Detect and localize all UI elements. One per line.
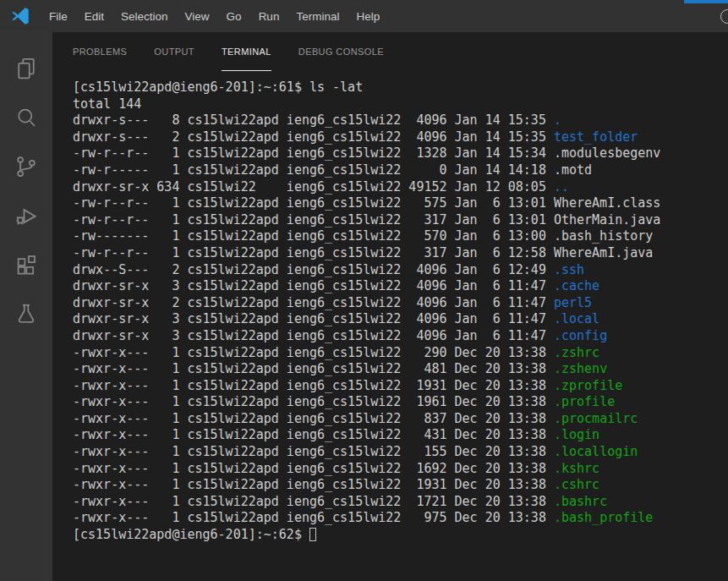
directory-name: .config bbox=[554, 328, 607, 343]
terminal-text: drwxr-sr-x 634 cs15lwi22 ieng6_cs15lwi22… bbox=[73, 179, 554, 195]
terminal-line: -rwxr-x--- 1 cs15lwi22apd ieng6_cs15lwi2… bbox=[73, 444, 728, 461]
terminal-text: drwxr-s--- 8 cs15lwi22apd ieng6_cs15lwi2… bbox=[73, 112, 554, 128]
terminal-text: drwxr-sr-x 3 cs15lwi22apd ieng6_cs15lwi2… bbox=[73, 328, 554, 343]
executable-name: .zshenv bbox=[554, 361, 607, 376]
terminal-line: -rwxr-x--- 1 cs15lwi22apd ieng6_cs15lwi2… bbox=[73, 427, 728, 444]
menu-item-edit[interactable]: Edit bbox=[76, 0, 112, 32]
terminal-line: -rwxr-x--- 1 cs15lwi22apd ieng6_cs15lwi2… bbox=[73, 494, 728, 511]
sidebar-item-extensions[interactable] bbox=[6, 240, 47, 289]
menu-item-go[interactable]: Go bbox=[218, 0, 250, 32]
sidebar-item-explorer[interactable] bbox=[6, 44, 47, 93]
account-icon[interactable] bbox=[720, 9, 728, 24]
menu-item-selection[interactable]: Selection bbox=[112, 0, 177, 32]
terminal-text: drwxr-sr-x 3 cs15lwi22apd ieng6_cs15lwi2… bbox=[73, 278, 554, 293]
terminal-text: -rwxr-x--- 1 cs15lwi22apd ieng6_cs15lwi2… bbox=[73, 477, 554, 492]
executable-name: .profile bbox=[554, 394, 615, 409]
terminal-text: [cs15lwi22apd@ieng6-201]:~:61$ ls -lat bbox=[73, 79, 363, 95]
terminal-line: -rwxr-x--- 1 cs15lwi22apd ieng6_cs15lwi2… bbox=[73, 361, 728, 378]
search-icon bbox=[14, 105, 39, 130]
terminal-line: drwxr-sr-x 3 cs15lwi22apd ieng6_cs15lwi2… bbox=[73, 311, 728, 328]
terminal-line: -rw-r--r-- 1 cs15lwi22apd ieng6_cs15lwi2… bbox=[73, 245, 728, 262]
directory-name: perl5 bbox=[554, 295, 592, 310]
terminal-text: -rw-r--r-- 1 cs15lwi22apd ieng6_cs15lwi2… bbox=[73, 212, 660, 227]
directory-name: .local bbox=[554, 311, 599, 326]
terminal-line: drwxr-s--- 8 cs15lwi22apd ieng6_cs15lwi2… bbox=[73, 112, 728, 129]
terminal-line: drwxr-sr-x 634 cs15lwi22 ieng6_cs15lwi22… bbox=[73, 179, 728, 196]
terminal-line: -rwxr-x--- 1 cs15lwi22apd ieng6_cs15lwi2… bbox=[73, 477, 728, 494]
terminal-text: -rwxr-x--- 1 cs15lwi22apd ieng6_cs15lwi2… bbox=[73, 461, 554, 476]
directory-name: .cache bbox=[554, 278, 599, 293]
menu-item-terminal[interactable]: Terminal bbox=[287, 0, 348, 32]
sidebar-item-search[interactable] bbox=[6, 93, 47, 142]
terminal-line: -rwxr-x--- 1 cs15lwi22apd ieng6_cs15lwi2… bbox=[73, 394, 728, 411]
executable-name: .cshrc bbox=[554, 477, 599, 492]
tab-output[interactable]: OUTPUT bbox=[154, 32, 194, 71]
terminal-line: -rw-r----- 1 cs15lwi22apd ieng6_cs15lwi2… bbox=[73, 162, 728, 179]
terminal-output[interactable]: [cs15lwi22apd@ieng6-201]:~:61$ ls -latto… bbox=[52, 71, 728, 581]
directory-name: .ssh bbox=[554, 262, 584, 277]
top-right-accent-bar bbox=[684, 0, 728, 3]
testing-beaker-icon bbox=[14, 301, 39, 326]
executable-name: .bash_profile bbox=[554, 510, 653, 525]
terminal-line: -rwxr-x--- 1 cs15lwi22apd ieng6_cs15lwi2… bbox=[73, 461, 728, 478]
terminal-line: -rw-r--r-- 1 cs15lwi22apd ieng6_cs15lwi2… bbox=[73, 212, 728, 229]
tab-terminal[interactable]: TERMINAL bbox=[222, 32, 271, 71]
terminal-text: -rw-r----- 1 cs15lwi22apd ieng6_cs15lwi2… bbox=[73, 162, 592, 178]
run-and-debug-icon bbox=[14, 203, 39, 228]
executable-name: .bashrc bbox=[554, 494, 607, 509]
executable-name: .kshrc bbox=[554, 461, 599, 476]
terminal-text: -rwxr-x--- 1 cs15lwi22apd ieng6_cs15lwi2… bbox=[73, 494, 554, 509]
terminal-text: -rwxr-x--- 1 cs15lwi22apd ieng6_cs15lwi2… bbox=[73, 444, 554, 459]
terminal-text: drwxr-s--- 2 cs15lwi22apd ieng6_cs15lwi2… bbox=[73, 129, 554, 145]
menu-bar: FileEditSelectionViewGoRunTerminalHelp bbox=[41, 0, 388, 32]
terminal-line: drwx--S--- 2 cs15lwi22apd ieng6_cs15lwi2… bbox=[73, 262, 728, 279]
terminal-line: total 144 bbox=[73, 96, 728, 113]
directory-name: test_folder bbox=[554, 129, 638, 145]
terminal-text: -rw-r--r-- 1 cs15lwi22apd ieng6_cs15lwi2… bbox=[73, 195, 660, 211]
terminal-line: -rwxr-x--- 1 cs15lwi22apd ieng6_cs15lwi2… bbox=[73, 378, 728, 395]
sidebar-item-testing[interactable] bbox=[6, 289, 47, 338]
menu-item-help[interactable]: Help bbox=[348, 0, 388, 32]
title-bar: FileEditSelectionViewGoRunTerminalHelp bbox=[0, 0, 728, 32]
terminal-text: -rwxr-x--- 1 cs15lwi22apd ieng6_cs15lwi2… bbox=[73, 510, 554, 525]
terminal-line: drwxr-sr-x 3 cs15lwi22apd ieng6_cs15lwi2… bbox=[73, 328, 728, 345]
sidebar-item-run-and-debug[interactable] bbox=[6, 191, 47, 240]
terminal-line: drwxr-s--- 2 cs15lwi22apd ieng6_cs15lwi2… bbox=[73, 129, 728, 146]
terminal-text: -rwxr-x--- 1 cs15lwi22apd ieng6_cs15lwi2… bbox=[73, 361, 554, 376]
terminal-line: drwxr-sr-x 2 cs15lwi22apd ieng6_cs15lwi2… bbox=[73, 295, 728, 312]
terminal-line: -rw-r--r-- 1 cs15lwi22apd ieng6_cs15lwi2… bbox=[73, 145, 728, 162]
terminal-text: [cs15lwi22apd@ieng6-201]:~:62$ bbox=[73, 527, 309, 542]
tab-debug-console[interactable]: DEBUG CONSOLE bbox=[298, 32, 384, 71]
executable-name: .zprofile bbox=[554, 378, 622, 393]
terminal-text: -rwxr-x--- 1 cs15lwi22apd ieng6_cs15lwi2… bbox=[73, 378, 554, 393]
terminal-text: -rwxr-x--- 1 cs15lwi22apd ieng6_cs15lwi2… bbox=[73, 394, 554, 409]
tab-problems[interactable]: PROBLEMS bbox=[73, 32, 127, 71]
executable-name: .login bbox=[554, 427, 599, 442]
terminal-line: -rwxr-x--- 1 cs15lwi22apd ieng6_cs15lwi2… bbox=[73, 345, 728, 362]
terminal-line: -rwxr-x--- 1 cs15lwi22apd ieng6_cs15lwi2… bbox=[73, 411, 728, 428]
terminal-text: -rw------- 1 cs15lwi22apd ieng6_cs15lwi2… bbox=[73, 228, 653, 244]
executable-name: .procmailrc bbox=[554, 411, 638, 426]
terminal-line: drwxr-sr-x 3 cs15lwi22apd ieng6_cs15lwi2… bbox=[73, 278, 728, 295]
terminal-line: [cs15lwi22apd@ieng6-201]:~:61$ ls -lat bbox=[73, 79, 728, 96]
terminal-text: -rw-r--r-- 1 cs15lwi22apd ieng6_cs15lwi2… bbox=[73, 245, 653, 260]
menu-item-view[interactable]: View bbox=[177, 0, 218, 32]
sidebar-item-source-control[interactable] bbox=[6, 142, 47, 191]
panel: PROBLEMSOUTPUTTERMINALDEBUG CONSOLE [cs1… bbox=[52, 32, 728, 581]
terminal-text: -rwxr-x--- 1 cs15lwi22apd ieng6_cs15lwi2… bbox=[73, 345, 554, 360]
source-control-icon bbox=[14, 154, 39, 179]
terminal-line: [cs15lwi22apd@ieng6-201]:~:62$ bbox=[73, 527, 728, 544]
menu-item-run[interactable]: Run bbox=[250, 0, 288, 32]
terminal-line: -rw-r--r-- 1 cs15lwi22apd ieng6_cs15lwi2… bbox=[73, 195, 728, 212]
terminal-text: drwx--S--- 2 cs15lwi22apd ieng6_cs15lwi2… bbox=[73, 262, 554, 277]
terminal-text: -rw-r--r-- 1 cs15lwi22apd ieng6_cs15lwi2… bbox=[73, 145, 660, 161]
terminal-text: -rwxr-x--- 1 cs15lwi22apd ieng6_cs15lwi2… bbox=[73, 427, 554, 442]
terminal-text: total 144 bbox=[73, 96, 141, 112]
explorer-icon bbox=[14, 56, 39, 81]
menu-item-file[interactable]: File bbox=[41, 0, 76, 32]
terminal-cursor bbox=[309, 528, 316, 541]
panel-tab-row: PROBLEMSOUTPUTTERMINALDEBUG CONSOLE bbox=[52, 32, 728, 71]
extensions-icon bbox=[14, 252, 39, 277]
terminal-text: drwxr-sr-x 3 cs15lwi22apd ieng6_cs15lwi2… bbox=[73, 311, 554, 326]
terminal-line: -rw------- 1 cs15lwi22apd ieng6_cs15lwi2… bbox=[73, 228, 728, 245]
